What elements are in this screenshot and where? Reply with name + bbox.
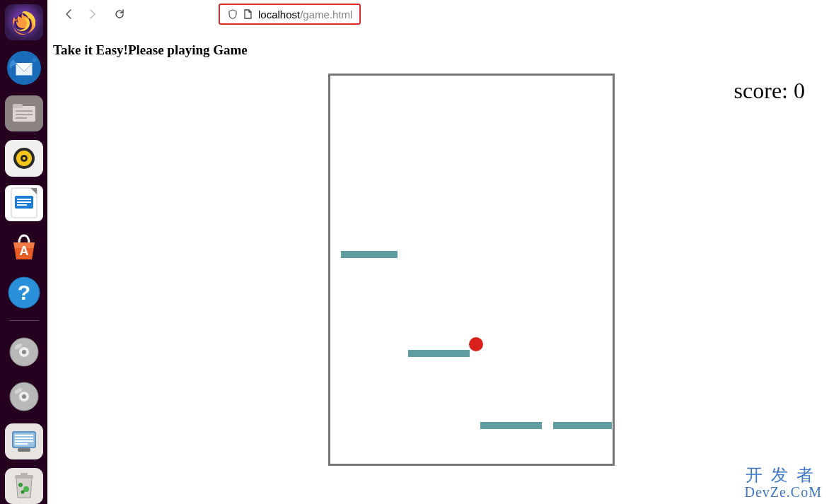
watermark-line1: 开发者	[744, 466, 822, 484]
svg-point-41	[23, 486, 29, 492]
svg-point-40	[18, 483, 23, 487]
svg-rect-15	[17, 201, 31, 203]
svg-point-29	[22, 394, 26, 399]
svg-rect-14	[17, 199, 31, 200]
page-icon	[243, 8, 254, 20]
page-heading: Take it Easy!Please playing Game	[53, 42, 823, 58]
dock: A ?	[0, 0, 47, 504]
svg-point-42	[21, 491, 24, 494]
shield-icon	[227, 8, 238, 20]
score-value: 0	[794, 78, 805, 103]
platform	[480, 422, 542, 429]
libreoffice-writer-icon[interactable]	[5, 185, 43, 221]
files-icon[interactable]	[5, 95, 43, 131]
nav-buttons	[62, 7, 127, 21]
score-label: score:	[734, 78, 794, 103]
ball	[469, 337, 483, 351]
svg-rect-5	[16, 110, 33, 112]
svg-point-2	[33, 58, 37, 62]
game-canvas[interactable]	[328, 74, 615, 466]
svg-rect-36	[15, 443, 28, 445]
browser-toolbar: localhost/game.html	[47, 0, 829, 28]
svg-rect-35	[15, 440, 33, 442]
platform	[553, 422, 612, 429]
disc2-icon[interactable]	[5, 378, 43, 414]
disc1-icon[interactable]	[5, 334, 43, 370]
svg-rect-4	[13, 104, 23, 108]
svg-rect-16	[17, 204, 27, 206]
score-display: score: 0	[734, 78, 805, 104]
forward-button[interactable]	[86, 7, 100, 21]
svg-rect-39	[21, 473, 28, 476]
refresh-button[interactable]	[112, 7, 127, 21]
firefox-icon[interactable]	[5, 4, 43, 40]
dock-divider	[9, 320, 39, 321]
svg-point-24	[22, 350, 26, 354]
svg-rect-34	[15, 438, 33, 439]
watermark-line2: DevZe.CoM	[744, 484, 822, 500]
software-center-icon[interactable]: A	[5, 230, 43, 266]
url-bar[interactable]: localhost/game.html	[219, 4, 361, 25]
svg-point-11	[23, 157, 25, 160]
rhythmbox-icon[interactable]	[5, 140, 43, 176]
svg-rect-6	[16, 114, 33, 115]
platform	[341, 251, 398, 258]
thunderbird-icon[interactable]	[5, 49, 43, 87]
url-text: localhost/game.html	[258, 8, 352, 20]
svg-text:A: A	[19, 244, 28, 258]
platform	[408, 350, 470, 357]
watermark: 开发者 DevZe.CoM	[744, 466, 822, 500]
svg-rect-7	[16, 117, 27, 119]
svg-rect-33	[15, 435, 33, 436]
back-button[interactable]	[62, 7, 76, 21]
page-content: Take it Easy!Please playing Game score: …	[47, 28, 829, 504]
svg-rect-37	[18, 448, 30, 452]
svg-text:?: ?	[17, 281, 30, 304]
screenshot-icon[interactable]	[5, 423, 43, 459]
trash-icon[interactable]	[5, 468, 43, 504]
help-icon[interactable]: ?	[5, 274, 43, 310]
